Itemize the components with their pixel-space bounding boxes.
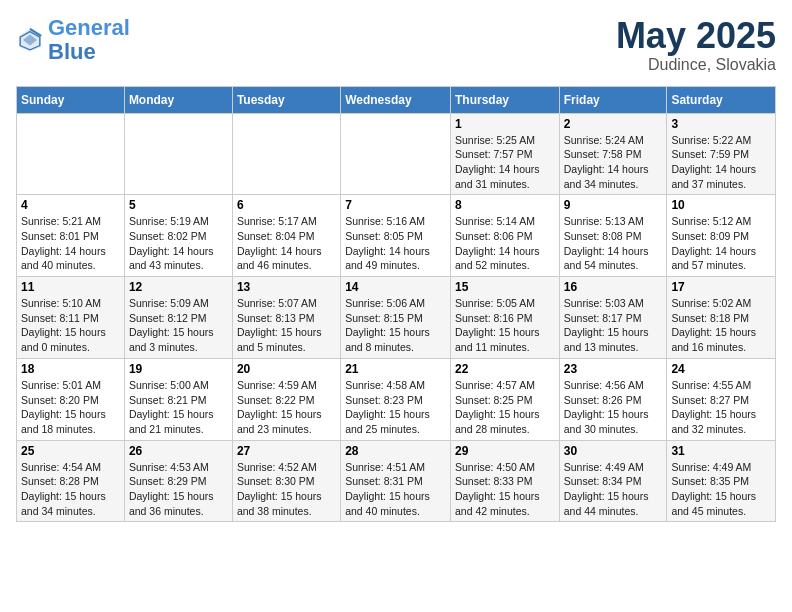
day-number: 16 — [564, 280, 663, 294]
logo-icon — [16, 26, 44, 54]
calendar-cell: 16Sunrise: 5:03 AM Sunset: 8:17 PM Dayli… — [559, 277, 667, 359]
calendar-cell: 11Sunrise: 5:10 AM Sunset: 8:11 PM Dayli… — [17, 277, 125, 359]
calendar-week-row: 4Sunrise: 5:21 AM Sunset: 8:01 PM Daylig… — [17, 195, 776, 277]
calendar-cell: 21Sunrise: 4:58 AM Sunset: 8:23 PM Dayli… — [341, 358, 451, 440]
calendar-cell: 5Sunrise: 5:19 AM Sunset: 8:02 PM Daylig… — [124, 195, 232, 277]
calendar-cell: 1Sunrise: 5:25 AM Sunset: 7:57 PM Daylig… — [450, 113, 559, 195]
logo: GeneralBlue — [16, 16, 130, 64]
day-info: Sunrise: 4:55 AM Sunset: 8:27 PM Dayligh… — [671, 378, 771, 437]
day-info: Sunrise: 5:12 AM Sunset: 8:09 PM Dayligh… — [671, 214, 771, 273]
calendar-cell: 4Sunrise: 5:21 AM Sunset: 8:01 PM Daylig… — [17, 195, 125, 277]
day-info: Sunrise: 4:51 AM Sunset: 8:31 PM Dayligh… — [345, 460, 446, 519]
day-info: Sunrise: 5:06 AM Sunset: 8:15 PM Dayligh… — [345, 296, 446, 355]
day-number: 31 — [671, 444, 771, 458]
day-info: Sunrise: 5:13 AM Sunset: 8:08 PM Dayligh… — [564, 214, 663, 273]
day-number: 7 — [345, 198, 446, 212]
calendar-cell: 12Sunrise: 5:09 AM Sunset: 8:12 PM Dayli… — [124, 277, 232, 359]
day-number: 24 — [671, 362, 771, 376]
calendar-body: 1Sunrise: 5:25 AM Sunset: 7:57 PM Daylig… — [17, 113, 776, 522]
day-info: Sunrise: 4:59 AM Sunset: 8:22 PM Dayligh… — [237, 378, 336, 437]
title-block: May 2025 Dudince, Slovakia — [616, 16, 776, 74]
day-number: 26 — [129, 444, 228, 458]
calendar-cell: 9Sunrise: 5:13 AM Sunset: 8:08 PM Daylig… — [559, 195, 667, 277]
day-number: 1 — [455, 117, 555, 131]
day-info: Sunrise: 4:58 AM Sunset: 8:23 PM Dayligh… — [345, 378, 446, 437]
calendar-cell: 10Sunrise: 5:12 AM Sunset: 8:09 PM Dayli… — [667, 195, 776, 277]
day-info: Sunrise: 4:57 AM Sunset: 8:25 PM Dayligh… — [455, 378, 555, 437]
day-info: Sunrise: 4:53 AM Sunset: 8:29 PM Dayligh… — [129, 460, 228, 519]
day-info: Sunrise: 4:54 AM Sunset: 8:28 PM Dayligh… — [21, 460, 120, 519]
calendar-cell — [341, 113, 451, 195]
day-info: Sunrise: 4:49 AM Sunset: 8:35 PM Dayligh… — [671, 460, 771, 519]
day-number: 18 — [21, 362, 120, 376]
calendar-cell: 6Sunrise: 5:17 AM Sunset: 8:04 PM Daylig… — [232, 195, 340, 277]
day-info: Sunrise: 5:16 AM Sunset: 8:05 PM Dayligh… — [345, 214, 446, 273]
calendar-week-row: 18Sunrise: 5:01 AM Sunset: 8:20 PM Dayli… — [17, 358, 776, 440]
day-info: Sunrise: 5:01 AM Sunset: 8:20 PM Dayligh… — [21, 378, 120, 437]
day-number: 17 — [671, 280, 771, 294]
day-info: Sunrise: 4:52 AM Sunset: 8:30 PM Dayligh… — [237, 460, 336, 519]
calendar-title: May 2025 — [616, 16, 776, 56]
weekday-header: Tuesday — [232, 86, 340, 113]
day-info: Sunrise: 4:56 AM Sunset: 8:26 PM Dayligh… — [564, 378, 663, 437]
calendar-cell: 20Sunrise: 4:59 AM Sunset: 8:22 PM Dayli… — [232, 358, 340, 440]
calendar-cell: 24Sunrise: 4:55 AM Sunset: 8:27 PM Dayli… — [667, 358, 776, 440]
day-number: 23 — [564, 362, 663, 376]
day-info: Sunrise: 5:09 AM Sunset: 8:12 PM Dayligh… — [129, 296, 228, 355]
calendar-cell — [232, 113, 340, 195]
calendar-cell: 26Sunrise: 4:53 AM Sunset: 8:29 PM Dayli… — [124, 440, 232, 522]
day-info: Sunrise: 5:05 AM Sunset: 8:16 PM Dayligh… — [455, 296, 555, 355]
calendar-week-row: 11Sunrise: 5:10 AM Sunset: 8:11 PM Dayli… — [17, 277, 776, 359]
day-number: 9 — [564, 198, 663, 212]
calendar-cell: 15Sunrise: 5:05 AM Sunset: 8:16 PM Dayli… — [450, 277, 559, 359]
day-info: Sunrise: 5:24 AM Sunset: 7:58 PM Dayligh… — [564, 133, 663, 192]
day-info: Sunrise: 5:21 AM Sunset: 8:01 PM Dayligh… — [21, 214, 120, 273]
day-info: Sunrise: 5:17 AM Sunset: 8:04 PM Dayligh… — [237, 214, 336, 273]
calendar-week-row: 25Sunrise: 4:54 AM Sunset: 8:28 PM Dayli… — [17, 440, 776, 522]
day-number: 10 — [671, 198, 771, 212]
calendar-cell: 25Sunrise: 4:54 AM Sunset: 8:28 PM Dayli… — [17, 440, 125, 522]
day-number: 4 — [21, 198, 120, 212]
day-number: 11 — [21, 280, 120, 294]
calendar-cell: 14Sunrise: 5:06 AM Sunset: 8:15 PM Dayli… — [341, 277, 451, 359]
day-info: Sunrise: 4:50 AM Sunset: 8:33 PM Dayligh… — [455, 460, 555, 519]
day-info: Sunrise: 5:14 AM Sunset: 8:06 PM Dayligh… — [455, 214, 555, 273]
calendar-cell: 8Sunrise: 5:14 AM Sunset: 8:06 PM Daylig… — [450, 195, 559, 277]
calendar-cell: 22Sunrise: 4:57 AM Sunset: 8:25 PM Dayli… — [450, 358, 559, 440]
day-number: 30 — [564, 444, 663, 458]
calendar-cell: 31Sunrise: 4:49 AM Sunset: 8:35 PM Dayli… — [667, 440, 776, 522]
day-info: Sunrise: 5:03 AM Sunset: 8:17 PM Dayligh… — [564, 296, 663, 355]
day-info: Sunrise: 5:25 AM Sunset: 7:57 PM Dayligh… — [455, 133, 555, 192]
calendar-cell: 19Sunrise: 5:00 AM Sunset: 8:21 PM Dayli… — [124, 358, 232, 440]
calendar-cell: 23Sunrise: 4:56 AM Sunset: 8:26 PM Dayli… — [559, 358, 667, 440]
day-number: 2 — [564, 117, 663, 131]
day-number: 19 — [129, 362, 228, 376]
day-info: Sunrise: 4:49 AM Sunset: 8:34 PM Dayligh… — [564, 460, 663, 519]
calendar-header: SundayMondayTuesdayWednesdayThursdayFrid… — [17, 86, 776, 113]
day-number: 21 — [345, 362, 446, 376]
day-info: Sunrise: 5:19 AM Sunset: 8:02 PM Dayligh… — [129, 214, 228, 273]
calendar-table: SundayMondayTuesdayWednesdayThursdayFrid… — [16, 86, 776, 523]
calendar-cell — [124, 113, 232, 195]
calendar-cell: 27Sunrise: 4:52 AM Sunset: 8:30 PM Dayli… — [232, 440, 340, 522]
calendar-cell: 7Sunrise: 5:16 AM Sunset: 8:05 PM Daylig… — [341, 195, 451, 277]
page-header: GeneralBlue May 2025 Dudince, Slovakia — [16, 16, 776, 74]
day-number: 3 — [671, 117, 771, 131]
weekday-header: Thursday — [450, 86, 559, 113]
calendar-cell: 3Sunrise: 5:22 AM Sunset: 7:59 PM Daylig… — [667, 113, 776, 195]
weekday-header: Friday — [559, 86, 667, 113]
day-info: Sunrise: 5:07 AM Sunset: 8:13 PM Dayligh… — [237, 296, 336, 355]
calendar-cell: 13Sunrise: 5:07 AM Sunset: 8:13 PM Dayli… — [232, 277, 340, 359]
calendar-week-row: 1Sunrise: 5:25 AM Sunset: 7:57 PM Daylig… — [17, 113, 776, 195]
day-info: Sunrise: 5:10 AM Sunset: 8:11 PM Dayligh… — [21, 296, 120, 355]
calendar-cell: 17Sunrise: 5:02 AM Sunset: 8:18 PM Dayli… — [667, 277, 776, 359]
weekday-header: Monday — [124, 86, 232, 113]
day-info: Sunrise: 5:02 AM Sunset: 8:18 PM Dayligh… — [671, 296, 771, 355]
calendar-cell: 28Sunrise: 4:51 AM Sunset: 8:31 PM Dayli… — [341, 440, 451, 522]
day-number: 12 — [129, 280, 228, 294]
day-number: 29 — [455, 444, 555, 458]
calendar-cell: 2Sunrise: 5:24 AM Sunset: 7:58 PM Daylig… — [559, 113, 667, 195]
calendar-cell: 29Sunrise: 4:50 AM Sunset: 8:33 PM Dayli… — [450, 440, 559, 522]
calendar-cell: 30Sunrise: 4:49 AM Sunset: 8:34 PM Dayli… — [559, 440, 667, 522]
day-number: 20 — [237, 362, 336, 376]
